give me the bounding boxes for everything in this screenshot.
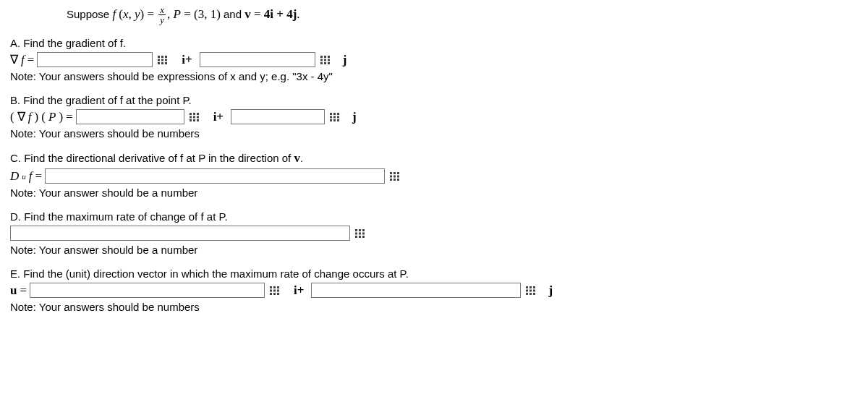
part-e-answer-line: u = i+ j — [10, 283, 858, 298]
text: . — [297, 7, 299, 21]
math-f: f — [29, 169, 33, 184]
svg-rect-20 — [197, 113, 199, 115]
fraction-num: x — [158, 5, 166, 14]
math-v: v — [294, 151, 300, 165]
math-i-plus: i+ — [213, 110, 224, 124]
part-d: D. Find the maximum rate of change of f … — [10, 210, 858, 256]
part-c-answer-line: Duf = — [10, 168, 858, 184]
nabla: ∇ — [17, 109, 25, 124]
part-a-input-j[interactable] — [200, 52, 315, 67]
question-page: Suppose f (x, y) = x y , P = (3, 1) and … — [0, 0, 868, 394]
part-c-prompt: C. Find the directional derivative of f … — [10, 151, 858, 166]
svg-rect-1 — [161, 56, 163, 58]
svg-rect-62 — [277, 293, 279, 295]
part-a-note: Note: Your answers should be expressions… — [10, 70, 858, 82]
equation-editor-icon[interactable] — [186, 109, 205, 124]
svg-rect-15 — [320, 62, 323, 64]
math: ) — [140, 7, 148, 21]
math-eq: = — [184, 7, 194, 21]
part-b-input-i[interactable] — [76, 109, 184, 124]
part-c-input[interactable] — [45, 168, 385, 184]
svg-rect-16 — [324, 62, 326, 64]
math-x: x — [123, 7, 129, 21]
svg-rect-35 — [337, 119, 339, 121]
math-P: P — [48, 110, 56, 124]
fraction-den: y — [158, 14, 166, 25]
part-a-prompt: A. Find the gradient of f. — [10, 37, 858, 49]
svg-rect-52 — [359, 236, 361, 238]
part-b-input-j[interactable] — [231, 109, 325, 124]
svg-rect-32 — [337, 116, 339, 118]
math-j: j — [343, 53, 347, 67]
svg-rect-47 — [362, 229, 365, 231]
part-b-answer-line: (∇f) (P) = i+ j — [10, 109, 858, 124]
math-eq: = — [35, 169, 43, 184]
equation-editor-icon[interactable] — [266, 283, 285, 298]
svg-rect-46 — [359, 229, 361, 231]
equation-editor-icon[interactable] — [326, 109, 345, 124]
part-c-note: Note: Your answer should be a number — [10, 187, 858, 199]
svg-rect-69 — [526, 293, 528, 295]
svg-rect-6 — [158, 62, 160, 64]
svg-rect-0 — [158, 56, 160, 58]
svg-rect-60 — [270, 293, 272, 295]
svg-rect-59 — [277, 289, 279, 291]
svg-rect-27 — [330, 113, 332, 115]
svg-rect-63 — [526, 286, 528, 288]
svg-rect-28 — [333, 113, 336, 115]
svg-rect-55 — [273, 286, 276, 288]
math-f: f — [28, 110, 32, 124]
part-e-prompt: E. Find the (unit) direction vector in w… — [10, 267, 858, 280]
svg-rect-49 — [359, 232, 361, 234]
svg-rect-56 — [277, 286, 279, 288]
equation-editor-icon[interactable] — [154, 52, 173, 67]
equation-editor-icon[interactable] — [522, 283, 541, 298]
svg-rect-39 — [390, 175, 392, 177]
svg-rect-71 — [533, 293, 535, 295]
part-e-input-j[interactable] — [311, 283, 521, 298]
svg-rect-31 — [333, 116, 336, 118]
svg-rect-25 — [193, 119, 195, 121]
equation-editor-icon[interactable] — [317, 52, 336, 67]
text: and — [224, 8, 244, 20]
svg-rect-43 — [393, 179, 396, 181]
part-b-note: Note: Your answers should be numbers — [10, 127, 858, 140]
svg-rect-21 — [190, 116, 192, 118]
svg-rect-48 — [355, 232, 357, 234]
part-e-input-i[interactable] — [30, 283, 265, 298]
svg-rect-50 — [362, 232, 365, 234]
svg-rect-17 — [328, 62, 330, 64]
part-d-input[interactable] — [10, 226, 350, 241]
text: Suppose — [67, 8, 112, 20]
part-c: C. Find the directional derivative of f … — [10, 151, 858, 199]
part-d-note: Note: Your answer should be a number — [10, 244, 858, 256]
svg-rect-33 — [330, 119, 332, 121]
text: . — [300, 152, 303, 164]
svg-rect-61 — [273, 293, 276, 295]
math-eq: = — [20, 283, 27, 298]
svg-rect-8 — [165, 62, 167, 64]
part-d-prompt: D. Find the maximum rate of change of f … — [10, 210, 858, 223]
part-e: E. Find the (unit) direction vector in w… — [10, 267, 858, 313]
math-j: j — [548, 283, 553, 298]
equation-editor-icon[interactable] — [386, 168, 405, 184]
svg-rect-57 — [270, 289, 272, 291]
equation-editor-icon[interactable] — [352, 226, 370, 241]
math: , — [129, 7, 135, 21]
part-d-answer-line — [10, 226, 858, 241]
svg-rect-70 — [529, 293, 532, 295]
part-a-input-i[interactable] — [37, 52, 153, 67]
svg-rect-19 — [193, 113, 195, 115]
svg-rect-45 — [355, 229, 357, 231]
svg-rect-44 — [397, 179, 399, 181]
svg-rect-22 — [193, 116, 195, 118]
svg-rect-37 — [393, 172, 396, 174]
math-j: j — [352, 110, 357, 124]
math-u: u — [10, 283, 17, 298]
svg-rect-5 — [165, 59, 167, 61]
part-e-note: Note: Your answers should be numbers — [10, 301, 858, 313]
svg-rect-12 — [320, 59, 323, 61]
part-a: A. Find the gradient of f. ∇f = i+ j Not… — [10, 37, 858, 82]
svg-rect-67 — [529, 289, 532, 291]
math-eq: = — [254, 7, 264, 21]
